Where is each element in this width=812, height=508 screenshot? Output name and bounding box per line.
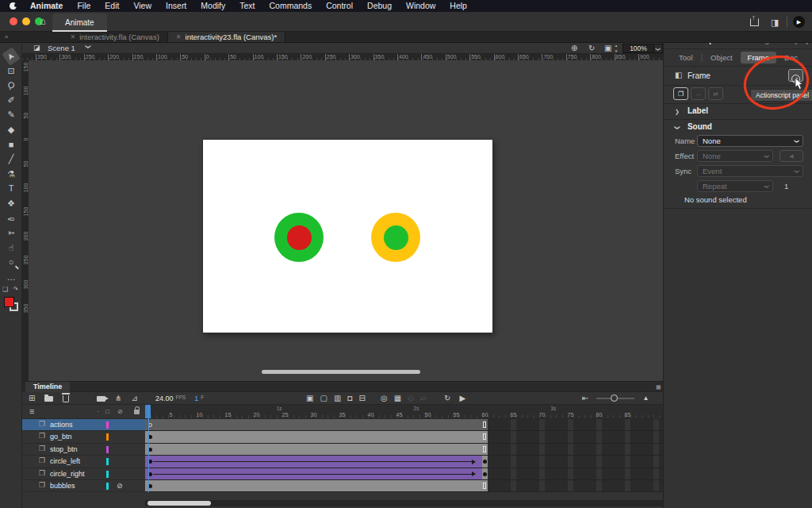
- frame-edit-icon[interactable]: ▢: [320, 392, 327, 405]
- playback-icon[interactable]: ↻: [444, 392, 450, 405]
- scene-dropdown-icon[interactable]: ❯: [85, 44, 91, 49]
- home-icon[interactable]: ⌂: [40, 15, 46, 27]
- layer-name[interactable]: circle_left: [50, 457, 80, 465]
- layer-name-cell[interactable]: ❐ bubbles ⊘: [22, 480, 145, 492]
- subtab-doc[interactable]: Doc: [784, 53, 798, 62]
- layer-name[interactable]: bubbles: [50, 482, 75, 490]
- apple-menu-icon[interactable]: [10, 2, 17, 10]
- zoom-stepper[interactable]: ▴▾: [613, 43, 619, 53]
- timeline-tool-icon[interactable]: [63, 395, 69, 402]
- outline-column-icon[interactable]: □: [105, 408, 109, 415]
- tool-button[interactable]: ❖: [0, 197, 22, 211]
- share-icon[interactable]: [750, 18, 759, 26]
- layer-name-cell[interactable]: ❐ go_btn ⊘: [22, 431, 145, 443]
- layer-stack-icon[interactable]: ≡: [29, 406, 34, 416]
- frame-spacing-button[interactable]: ↔: [691, 87, 706, 100]
- layer-row[interactable]: ❐ circle_right ⊘: [22, 468, 663, 480]
- close-tab-icon[interactable]: ✕: [70, 33, 75, 40]
- menu-item[interactable]: Debug: [360, 0, 399, 12]
- workspace-icon[interactable]: ◨: [771, 17, 779, 28]
- fill-color-swatch[interactable]: [4, 297, 14, 307]
- layer-frames[interactable]: [145, 444, 663, 456]
- layer-frames[interactable]: [145, 431, 663, 443]
- layer-name[interactable]: actions: [50, 421, 73, 429]
- subtab-tool[interactable]: Tool: [679, 53, 692, 62]
- symmetry-tools[interactable]: ❏ ↷: [0, 286, 22, 293]
- frame-edit-icon[interactable]: ◘: [347, 392, 352, 405]
- sound-name-select[interactable]: None❯: [697, 135, 803, 147]
- menu-item[interactable]: Text: [232, 0, 262, 12]
- frame-edit-icon[interactable]: ▣: [306, 392, 313, 405]
- frame-edit-icon[interactable]: ▥: [334, 392, 341, 405]
- timeline-scrollbar[interactable]: [145, 500, 663, 506]
- close-window-button[interactable]: [10, 17, 17, 25]
- zoom-max-icon[interactable]: ▲: [642, 392, 649, 405]
- timeline-view-icon[interactable]: ⋔: [115, 392, 121, 405]
- visibility-column-icon[interactable]: ⊘: [117, 408, 123, 415]
- layer-color-swatch[interactable]: [106, 471, 109, 478]
- frame-edit-icon[interactable]: ⊟: [358, 392, 365, 405]
- sound-effect-select[interactable]: None❯: [697, 150, 773, 162]
- menu-item[interactable]: File: [70, 0, 98, 12]
- tool-button[interactable]: ╱: [0, 152, 22, 167]
- test-movie-icon[interactable]: ▶: [793, 16, 805, 28]
- layer-row[interactable]: ❐ stop_btn ⊘: [22, 444, 663, 456]
- reset-zoom-icon[interactable]: ⇤: [582, 392, 588, 405]
- timeline-scrollbar-thumb[interactable]: [147, 501, 211, 506]
- layer-frames[interactable]: [145, 468, 663, 480]
- onion-skin-icon[interactable]: ◎: [381, 392, 388, 405]
- layer-name-cell[interactable]: ❐ circle_right ⊘: [22, 468, 145, 480]
- scene-breadcrumb[interactable]: Scene 1: [48, 44, 75, 52]
- layer-frames[interactable]: [145, 419, 663, 431]
- tool-button[interactable]: T: [0, 182, 22, 196]
- circle-right-inner[interactable]: [384, 225, 408, 250]
- zoom-dropdown-icon[interactable]: ❯: [654, 44, 663, 53]
- tool-button[interactable]: ➤: [0, 49, 22, 64]
- tool-button[interactable]: ✑: [0, 212, 22, 226]
- tool-button[interactable]: ⊡: [0, 64, 22, 79]
- subtab-frame[interactable]: Frame: [741, 52, 776, 64]
- layer-row[interactable]: ❐ circle_left ⊘: [22, 456, 663, 468]
- circle-left[interactable]: [274, 213, 324, 262]
- playback-icon[interactable]: ▶: [459, 392, 465, 405]
- tab-timeline[interactable]: Timeline: [25, 382, 70, 392]
- timeline-tool-icon[interactable]: ⊞: [29, 392, 35, 405]
- lock-column-icon[interactable]: [134, 410, 140, 414]
- document-tab[interactable]: ✕ interactivity23.fla (Canvas)*: [168, 32, 285, 42]
- sound-sync-select[interactable]: Event❯: [697, 165, 803, 177]
- layer-color-swatch[interactable]: [106, 433, 109, 441]
- menu-item[interactable]: Insert: [159, 0, 193, 12]
- frame-span[interactable]: [145, 431, 488, 442]
- repeat-count-value[interactable]: 1: [784, 182, 788, 190]
- zoom-level-input[interactable]: 100%: [622, 44, 654, 53]
- timeline-view-icon[interactable]: [97, 396, 105, 402]
- layer-row[interactable]: ❐ go_btn ⊘: [22, 431, 663, 443]
- tool-button[interactable]: ○: [0, 256, 22, 270]
- frame-rate-block[interactable]: 24.00 FPS 1 F: [155, 392, 204, 405]
- onion-skin-icon[interactable]: ◇: [408, 392, 414, 405]
- sound-section-header[interactable]: ❯Sound: [675, 122, 712, 131]
- label-section-header[interactable]: ❯Label: [675, 106, 708, 115]
- layer-row[interactable]: ❐ bubbles ⊘: [22, 480, 663, 492]
- timeline-ruler[interactable]: 510152025303540455055606570758085 1s2s3s: [145, 405, 663, 419]
- tool-button[interactable]: Ϙ: [0, 79, 22, 93]
- layer-name[interactable]: go_btn: [50, 433, 72, 441]
- menu-item[interactable]: Animate: [23, 0, 70, 12]
- swap-symbol-button[interactable]: ⇄: [708, 87, 723, 100]
- clip-content-icon[interactable]: ▣: [604, 44, 611, 52]
- tool-button[interactable]: ■: [0, 138, 22, 152]
- circle-left-inner[interactable]: [287, 225, 312, 250]
- keyframe-dot-frame60[interactable]: [483, 472, 487, 476]
- timeline-zoom-slider[interactable]: [596, 398, 634, 399]
- stage-pasteboard[interactable]: [29, 60, 663, 381]
- layer-color-swatch[interactable]: [106, 421, 109, 429]
- rotate-view-icon[interactable]: ↻: [588, 44, 595, 52]
- keyframe-span-toggle-button[interactable]: ❐: [673, 87, 688, 100]
- menu-item[interactable]: View: [126, 0, 159, 12]
- tab-animate-home[interactable]: Animate: [52, 13, 107, 32]
- stage-canvas[interactable]: [203, 140, 492, 333]
- sound-repeat-select[interactable]: Repeat❯: [697, 180, 773, 192]
- menu-item[interactable]: Control: [319, 0, 360, 12]
- layer-color-swatch[interactable]: [106, 446, 109, 453]
- tool-button[interactable]: ✎: [0, 108, 22, 122]
